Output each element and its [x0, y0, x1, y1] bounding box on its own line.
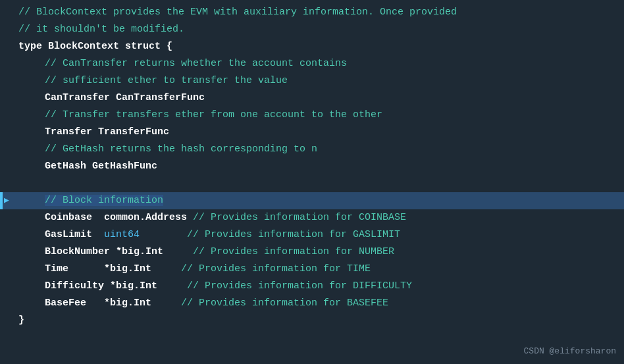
line-content-8: Transfer TransferFunc: [12, 124, 624, 140]
line-content-12: // Block information: [12, 193, 624, 209]
line-content-3: type BlockContext struct {: [12, 39, 624, 55]
line-content-15: BlockNumber *big.Int // Provides informa…: [12, 244, 624, 260]
code-line-18: BaseFee *big.Int // Provides information…: [0, 295, 624, 312]
code-line-10: GetHash GetHashFunc: [0, 158, 624, 175]
code-line-15: BlockNumber *big.Int // Provides informa…: [0, 244, 624, 261]
code-line-13: Coinbase common.Address // Provides info…: [0, 209, 624, 226]
code-line-4: // CanTransfer returns whether the accou…: [0, 55, 624, 72]
line-content-18: BaseFee *big.Int // Provides information…: [12, 296, 624, 311]
code-container: // BlockContext provides the EVM with au…: [0, 0, 624, 364]
code-line-6: CanTransfer CanTransferFunc: [0, 90, 624, 107]
code-line-9: // GetHash returns the hash correspondin…: [0, 141, 624, 158]
code-line-14: GasLimit uint64 // Provides information …: [0, 226, 624, 244]
code-line-5: // sufficient ether to transfer the valu…: [0, 72, 624, 90]
line-content-2: // it shouldn't be modified.: [12, 22, 624, 38]
line-content-13: Coinbase common.Address // Provides info…: [12, 210, 624, 226]
code-line-1: // BlockContext provides the EVM with au…: [0, 4, 624, 21]
code-line-3: type BlockContext struct {: [0, 38, 624, 55]
code-line-19: }: [0, 312, 624, 329]
line-content-1: // BlockContext provides the EVM with au…: [12, 5, 624, 20]
line-content-9: // GetHash returns the hash correspondin…: [12, 142, 624, 157]
watermark: CSDN @eliforsharon: [524, 345, 616, 359]
line-content-5: // sufficient ether to transfer the valu…: [12, 73, 624, 89]
line-content-6: CanTransfer CanTransferFunc: [12, 90, 624, 106]
line-content-19: }: [12, 313, 624, 328]
line-content-16: Time *big.Int // Provides information fo…: [12, 261, 624, 277]
line-content-17: Difficulty *big.Int // Provides informat…: [12, 278, 624, 294]
code-line-12: ▶// Block information: [0, 192, 624, 209]
code-line-11: [0, 175, 624, 192]
code-line-7: // Transfer transfers ether from one acc…: [0, 107, 624, 124]
code-line-17: Difficulty *big.Int // Provides informat…: [0, 278, 624, 295]
line-content-4: // CanTransfer returns whether the accou…: [12, 56, 624, 72]
code-line-8: Transfer TransferFunc: [0, 124, 624, 141]
line-content-7: // Transfer transfers ether from one acc…: [12, 107, 624, 123]
line-content-10: GetHash GetHashFunc: [12, 159, 624, 174]
code-line-2: // it shouldn't be modified.: [0, 21, 624, 38]
line-content-14: GasLimit uint64 // Provides information …: [12, 227, 624, 243]
code-line-16: Time *big.Int // Provides information fo…: [0, 261, 624, 278]
